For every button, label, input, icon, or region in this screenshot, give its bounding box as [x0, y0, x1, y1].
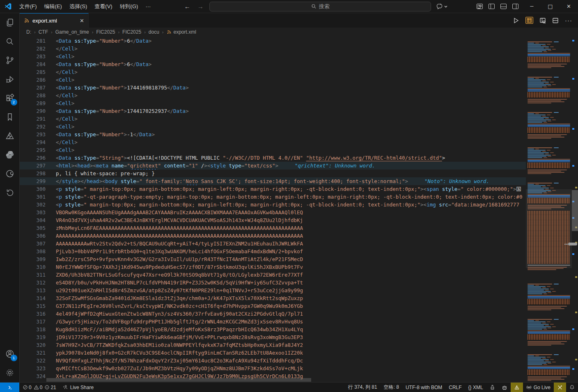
code-line[interactable]: 286<Cell>: [20, 76, 526, 84]
more-actions-icon[interactable]: ···: [565, 17, 572, 24]
minimap-slider[interactable]: [526, 189, 572, 268]
menu-file[interactable]: 文件(F): [16, 0, 41, 13]
minimap[interactable]: [526, 37, 572, 382]
code-line[interactable]: 299</style></head><body style=" font-fam…: [20, 177, 526, 185]
toggle-secondary-sidebar-icon[interactable]: [512, 4, 518, 9]
extension-status-button[interactable]: [511, 383, 523, 392]
python-icon[interactable]: [0, 145, 20, 164]
code-line[interactable]: 318Kug8dH1izMcF//aiBMdja52d46Z7pVjlyoEB/…: [20, 326, 526, 333]
code-area[interactable]: 281<Data ss:Type="Number">6</Data>282</C…: [20, 37, 526, 382]
open-preview-icon[interactable]: [539, 17, 546, 24]
bookmarks-icon[interactable]: [0, 108, 20, 126]
search-sidebar-icon[interactable]: [0, 32, 20, 51]
code-line[interactable]: 317/G3wycr5jHiazy/To2dVFBqpfu9drpPHPt1JH…: [20, 318, 526, 326]
code-line[interactable]: 298p, li { white-space: pre-wrap; }: [20, 170, 526, 177]
menu-goto[interactable]: 转到(G): [116, 0, 142, 13]
window-close-button[interactable]: ✕: [560, 0, 578, 13]
cursor-position[interactable]: 行 374, 列 81: [345, 383, 381, 392]
code-line[interactable]: 315G37JN11zPEgIreJ6V0lvnZvrL/ksCtvypWI/N…: [20, 302, 526, 310]
go-live-button[interactable]: Go Live: [523, 383, 554, 392]
toggle-sidebar-icon[interactable]: [489, 4, 495, 9]
breadcrumb-item[interactable]: FIC2025: [96, 29, 115, 35]
code-line[interactable]: 307AAAAAAAAAAwRtv2Stv2Qdv2+tS/BQCAU9uUCq…: [20, 240, 526, 248]
resize-grip[interactable]: [568, 243, 577, 245]
code-line[interactable]: 296<Data ss:Type="String"><![CDATA[<!DOC…: [20, 154, 526, 162]
code-line[interactable]: 309Iwb2Z/zrsC5Po+9vfpvvKnn4v3G2W/G2ra3Iv…: [20, 255, 526, 263]
breadcrumb-item[interactable]: FIC2025: [122, 29, 141, 35]
history-back-icon[interactable]: [0, 183, 20, 202]
code-line[interactable]: 310N0rEJYWWDfSFQp+7AXhJj1Kd945wu9PpdeduH…: [20, 263, 526, 271]
explorer-icon[interactable]: [0, 13, 20, 32]
extensions-icon[interactable]: 2: [0, 89, 20, 108]
code-line[interactable]: 3207sW7H9Z+JvCB/7TZWKDfqkZsa03hbEM1io0za…: [20, 341, 526, 349]
run-debug-icon[interactable]: [0, 70, 20, 89]
code-line[interactable]: 31432SoFZSwMfSGsGmabZa9401dJKm8ESla1dz3t…: [20, 294, 526, 302]
toggle-panel-icon[interactable]: [500, 4, 507, 9]
code-line[interactable]: 291</Cell>: [20, 115, 526, 123]
vertical-scrollbar-thumb[interactable]: [572, 190, 578, 231]
breadcrumb-item[interactable]: CTF: [39, 29, 48, 35]
code-line[interactable]: 282</Cell>: [20, 45, 526, 53]
code-line[interactable]: 292<Cell>: [20, 123, 526, 131]
code-line[interactable]: 303VBORw0KGgoAAAANSUhEUgAAAdgAAAB2CAYAAA…: [20, 209, 526, 216]
code-line[interactable]: 313u292t001ueXZnRHlI5d8r45ZmzvGA/atp8ZsZ…: [20, 287, 526, 294]
code-line[interactable]: 290<Data ss:Type="Number">1744170252937<…: [20, 107, 526, 115]
indentation[interactable]: 空格: 8: [381, 383, 402, 392]
notifications-button[interactable]: [566, 383, 578, 392]
code-line[interactable]: 283<Cell>: [20, 53, 526, 60]
horizontal-scrollbar[interactable]: [46, 378, 311, 382]
breadcrumb-item[interactable]: docu: [149, 29, 159, 35]
code-line[interactable]: 306AAAAAAAAAAAAAAAAAAAAAAAAAAAAAAAAAAAAA…: [20, 232, 526, 240]
code-line[interactable]: 322NV9QfXHfxgLZThhjNcZf/N57NhzaFdxOqvY2r…: [20, 357, 526, 364]
spell-checker-button[interactable]: [486, 383, 498, 392]
menu-selection[interactable]: 选择(S): [66, 0, 91, 13]
copilot-menu[interactable]: [436, 3, 448, 10]
nav-forward-icon[interactable]: →: [196, 3, 204, 10]
code-line[interactable]: 323qvMICftCsB3Oewkf9w0zb027ZuI/Jb9nMZ3bV…: [20, 364, 526, 372]
source-control-icon[interactable]: [0, 51, 20, 70]
language-mode[interactable]: {} XML: [465, 383, 486, 392]
live-share-button[interactable]: Live Share: [60, 383, 97, 392]
nav-back-icon[interactable]: ←: [183, 3, 191, 10]
edge-devtools-icon[interactable]: [0, 164, 20, 183]
code-line[interactable]: 305zMnbMeyLcn6FAEAAAAAAAAAAAAAAAAAAAAAAA…: [20, 224, 526, 232]
accounts-icon[interactable]: 1: [0, 344, 20, 363]
code-line[interactable]: 295<Cell>: [20, 146, 526, 154]
code-line[interactable]: 289<Cell>: [20, 99, 526, 107]
encoding[interactable]: UTF-8 with BOM: [402, 383, 445, 392]
code-line[interactable]: 308PjLvb3+0bbV4PPr1L9trbRtb4O0+q1te3Xq3w…: [20, 248, 526, 255]
menu-more[interactable]: ···: [142, 0, 154, 13]
breadcrumb-item[interactable]: Game_on_time: [55, 29, 89, 35]
code-line[interactable]: 281<Data ss:Type="Number">6</Data>: [20, 37, 526, 45]
code-line[interactable]: 288</Cell>: [20, 92, 526, 99]
code-line[interactable]: 293<Data ss:Type="Number">-1</Data>: [20, 131, 526, 138]
office-preview-icon[interactable]: [525, 17, 533, 24]
run-file-icon[interactable]: [513, 17, 519, 24]
extension-triangle-icon[interactable]: [0, 126, 20, 145]
code-line[interactable]: 284<Data ss:Type="Number">6</Data>: [20, 60, 526, 68]
tab-close-icon[interactable]: ✕: [80, 18, 84, 24]
problems-indicator[interactable]: 0 0 21: [19, 383, 60, 392]
code-line[interactable]: 300<p style=" margin-top:0px; margin-bot…: [20, 185, 526, 193]
tools-status-button[interactable]: [554, 383, 566, 392]
code-line[interactable]: 312eS4D8Y/b0u/vPkHvHJNm2HT8NLP7cLfdVPhN4…: [20, 279, 526, 287]
code-line[interactable]: 301<p style="-qt-paragraph-type:empty; m…: [20, 193, 526, 201]
customize-layout-icon[interactable]: [477, 4, 483, 9]
command-center-search[interactable]: 搜索: [209, 2, 431, 11]
code-line[interactable]: 287<Data ss:Type="Number">1744169818795<…: [20, 84, 526, 92]
code-line[interactable]: 311ZXD6/Uh3bV82TTNrLSuGfscufyqv47Xsr+eO9…: [20, 271, 526, 279]
ai-assistant-button[interactable]: [498, 383, 511, 392]
code-line[interactable]: 302<p style=" margin-top:0px; margin-bot…: [20, 201, 526, 209]
split-editor-icon[interactable]: [552, 17, 559, 24]
overview-ruler[interactable]: [572, 37, 578, 382]
code-line[interactable]: 285</Cell>: [20, 68, 526, 76]
code-line[interactable]: 321ypkJ9078v1eNd0j8fx0+G2cR7kCVu3C9SE4oc…: [20, 349, 526, 357]
settings-gear-icon[interactable]: [0, 363, 20, 382]
code-line[interactable]: 304VR4nO3d7VXjuhaA4R2v2wC3BE4JnBKYErglMC…: [20, 216, 526, 224]
menu-edit[interactable]: 编辑(E): [41, 0, 66, 13]
code-line[interactable]: 3164el49f4jWPfD2qMiwuxGtenZtw1cW8NTyn3/s…: [20, 310, 526, 318]
code-line[interactable]: 297<html><head><meta name="qrichtext" co…: [20, 162, 526, 170]
breadcrumb-file[interactable]: export.xml: [167, 29, 196, 35]
menu-view[interactable]: 查看(V): [91, 0, 116, 13]
remote-indicator[interactable]: [0, 383, 19, 392]
